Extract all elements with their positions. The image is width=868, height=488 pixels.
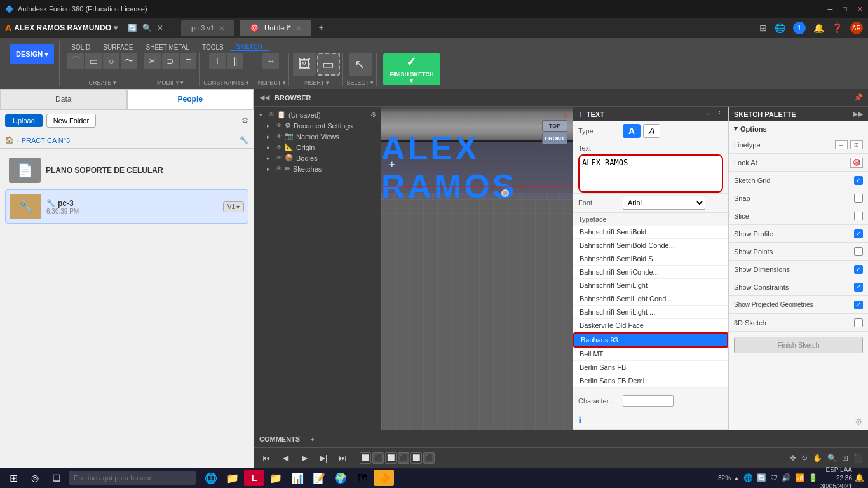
- app-user-name[interactable]: ALEX RAMOS RAYMUNDO: [14, 24, 111, 32]
- taskbar-app-folder2[interactable]: 📁: [266, 470, 286, 486]
- breadcrumb-item[interactable]: PRACTICA N°3: [22, 137, 71, 144]
- show-constraints-checkbox[interactable]: ✓: [854, 283, 863, 292]
- tree-item-doc-settings[interactable]: ▸ 👁 ⚙ Document Settings: [257, 120, 379, 131]
- grid-icon[interactable]: ⊞: [759, 23, 767, 33]
- 3d-sketch-checkbox[interactable]: [854, 318, 863, 327]
- frame-btn-3[interactable]: ⬜: [385, 452, 397, 464]
- font-selector[interactable]: Arial: [623, 196, 705, 210]
- nav-close-btn[interactable]: ✕: [157, 24, 163, 32]
- mirror-btn[interactable]: =: [180, 53, 196, 69]
- surface-tab[interactable]: SURFACE: [97, 44, 139, 51]
- taskbar-app-word[interactable]: 📝: [309, 470, 329, 486]
- add-tab-btn[interactable]: +: [314, 24, 329, 32]
- list-item[interactable]: 📄 PLANO SOPORTE DE CELULAR: [5, 154, 248, 187]
- type-btn-a[interactable]: A: [623, 124, 641, 138]
- tree-item-unsaved[interactable]: ▾ 👁 📋 (Unsaved) ⚙: [257, 109, 379, 120]
- breadcrumb-folder-settings[interactable]: 🔧: [240, 136, 248, 144]
- type-btn-italic[interactable]: A: [643, 124, 660, 138]
- start-btn[interactable]: ⊞: [4, 470, 23, 486]
- user-avatar[interactable]: AR: [850, 22, 863, 34]
- character-input[interactable]: [623, 395, 674, 407]
- tree-item-sketches[interactable]: ▸ 👁 ✏ Sketches: [257, 163, 379, 174]
- orbit-icon[interactable]: ↻: [801, 454, 808, 463]
- font-option[interactable]: Bahnschrift SemiBold Conde...: [573, 239, 728, 252]
- tray-battery[interactable]: 🔋: [808, 473, 818, 482]
- upload-btn[interactable]: Upload: [5, 114, 43, 127]
- linetype-construction[interactable]: ⊡: [850, 140, 863, 149]
- nav-prev-btn[interactable]: ◀: [278, 451, 292, 465]
- rect-btn[interactable]: ▭: [85, 53, 102, 69]
- browser-collapse-btn[interactable]: ◀◀: [259, 93, 269, 102]
- refresh-btn[interactable]: 🔄: [128, 24, 137, 32]
- browser-pin-icon[interactable]: 📌: [854, 93, 863, 102]
- trim-btn[interactable]: ✂: [144, 53, 161, 69]
- sketch-tab[interactable]: SKETCH: [230, 43, 269, 51]
- zoom-in-icon[interactable]: 🔍: [827, 454, 837, 463]
- font-option[interactable]: Bahnschrift SemiLight: [573, 279, 728, 292]
- profile-icon[interactable]: 1: [793, 22, 806, 34]
- taskbar-search[interactable]: [69, 471, 196, 485]
- constraints-label[interactable]: CONSTRAINTS ▾: [203, 79, 249, 86]
- settings-icon[interactable]: ⚙: [241, 116, 248, 125]
- font-option[interactable]: Bahnschrift SemiLight Cond...: [573, 292, 728, 306]
- nav-next-frame-btn[interactable]: ▶|: [316, 451, 330, 465]
- taskbar-app-excel[interactable]: 📊: [287, 470, 308, 486]
- close-btn[interactable]: ✕: [857, 5, 863, 13]
- font-option-selected[interactable]: Bauhaus 93: [573, 332, 728, 348]
- spline-btn[interactable]: 〜: [121, 53, 137, 69]
- taskbar-app-maps[interactable]: 🗺: [352, 470, 372, 486]
- modify-label[interactable]: MODIFY ▾: [157, 79, 184, 86]
- select-label[interactable]: SELECT ▾: [347, 79, 374, 86]
- font-option[interactable]: Bahnschrift SemiConde...: [573, 266, 728, 279]
- version-badge[interactable]: V1 ▾: [223, 201, 244, 212]
- constraint2-btn[interactable]: ∥: [227, 53, 243, 69]
- cube-front[interactable]: FRONT: [542, 133, 567, 144]
- frame-btn-4[interactable]: ⬛: [398, 452, 409, 464]
- frame-btn-6[interactable]: ⬛: [423, 452, 435, 464]
- tray-antivirus[interactable]: 🛡: [770, 473, 778, 482]
- dimension-btn[interactable]: ↔: [262, 53, 279, 69]
- task-view-btn[interactable]: ❑: [47, 470, 66, 486]
- clock[interactable]: ESP LAA 22:36 30/05/2021: [820, 466, 852, 489]
- taskbar-app-fusion[interactable]: 🔶: [374, 470, 394, 486]
- maximize-btn[interactable]: □: [843, 5, 847, 13]
- tray-update[interactable]: 🔄: [757, 473, 766, 482]
- finish-sketch-btn[interactable]: ✓ FINISH SKETCH ▾: [383, 53, 440, 85]
- user-dropdown-icon[interactable]: ▾: [114, 24, 118, 32]
- cortana-btn[interactable]: ◎: [25, 470, 44, 486]
- tray-volume[interactable]: 🔊: [782, 473, 791, 482]
- sheet-metal-tab[interactable]: SHEET METAL: [139, 44, 196, 51]
- circle-btn[interactable]: ○: [103, 53, 119, 69]
- taskbar-app-edge[interactable]: 🌐: [201, 470, 221, 486]
- move-icon[interactable]: ✥: [790, 454, 796, 463]
- font-option[interactable]: Baskerville Old Face: [573, 319, 728, 332]
- taskbar-app-explorer[interactable]: 📁: [222, 470, 243, 486]
- show-projected-checkbox[interactable]: ✓: [854, 301, 863, 309]
- add-comment-btn[interactable]: +: [310, 435, 314, 443]
- tree-item-origin[interactable]: ▸ 👁 📐 Origin: [257, 142, 379, 152]
- linetype-solid[interactable]: ─: [835, 140, 848, 149]
- slice-checkbox[interactable]: [854, 212, 863, 220]
- tools-tab[interactable]: TOOLS: [196, 44, 230, 51]
- cube-top[interactable]: TOP: [542, 120, 567, 132]
- nav-first-btn[interactable]: ⏮: [259, 451, 273, 465]
- tray-up-arrow[interactable]: ▲: [733, 475, 740, 482]
- show-dimensions-checkbox[interactable]: ✓: [854, 265, 863, 274]
- tab-untitled[interactable]: 🎯 Untitled* ✕: [240, 20, 311, 36]
- sketch-palette-expand[interactable]: ▶▶: [853, 110, 863, 118]
- tab-untitled-close[interactable]: ✕: [296, 25, 301, 32]
- notification-badge[interactable]: 🔔: [855, 473, 864, 482]
- finish-sketch-palette-btn[interactable]: Finish Sketch: [734, 337, 863, 353]
- text-panel-menu-icon[interactable]: ⋮: [716, 110, 723, 118]
- taskbar-app-chrome[interactable]: 🌍: [330, 470, 351, 486]
- insert1-btn[interactable]: 🖼: [293, 53, 316, 76]
- new-folder-btn[interactable]: New Folder: [46, 114, 96, 128]
- arc-btn[interactable]: ⌒: [67, 53, 84, 69]
- show-profile-checkbox[interactable]: ✓: [854, 229, 863, 238]
- inspect-label[interactable]: INSPECT ▾: [256, 79, 285, 86]
- browser-icon[interactable]: 🌐: [775, 23, 785, 33]
- select-btn[interactable]: ↖: [349, 53, 372, 76]
- font-option[interactable]: Bahnschrift SemiBold: [573, 226, 728, 239]
- create-label[interactable]: CREATE ▾: [89, 79, 116, 86]
- solid-tab[interactable]: SOLID: [65, 44, 97, 51]
